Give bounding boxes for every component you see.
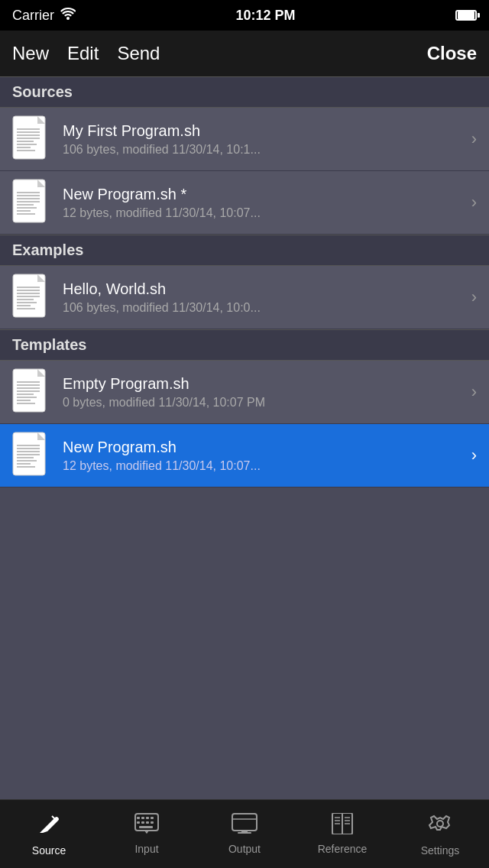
item-name-empty-program: Empty Program.sh (63, 375, 464, 393)
file-icon-hello-world (12, 274, 52, 321)
file-icon-empty-program (12, 368, 52, 416)
svg-rect-52 (146, 821, 149, 824)
svg-point-66 (437, 821, 443, 827)
settings-tab-label: Settings (421, 844, 460, 857)
output-tab-label: Output (228, 843, 261, 855)
status-bar-right (455, 10, 477, 21)
item-info-new-program-template: New Program.sh 12 bytes, modified 11/30/… (63, 439, 464, 473)
tab-source[interactable]: Source (0, 800, 98, 868)
chevron-icon-empty-program: › (471, 382, 477, 402)
status-bar: Carrier 10:12 PM (0, 0, 489, 31)
file-icon-new-program-template (12, 432, 52, 479)
reference-tab-icon (329, 813, 355, 838)
time-display: 10:12 PM (235, 8, 295, 24)
svg-rect-49 (151, 817, 154, 819)
svg-rect-59 (238, 832, 251, 834)
item-meta-empty-program: 0 bytes, modified 11/30/14, 10:07 PM (63, 396, 464, 410)
wifi-icon (60, 8, 76, 24)
svg-rect-56 (232, 814, 257, 831)
status-bar-left: Carrier (12, 8, 76, 24)
list-item-empty-program[interactable]: Empty Program.sh 0 bytes, modified 11/30… (0, 361, 489, 424)
svg-rect-51 (141, 821, 144, 824)
list-item-my-first-program[interactable]: My First Program.sh 106 bytes, modified … (0, 108, 489, 171)
item-meta-hello-world: 106 bytes, modified 11/30/14, 10:0... (63, 301, 464, 315)
item-info-hello-world: Hello, World.sh 106 bytes, modified 11/3… (63, 280, 464, 315)
list-item-hello-world[interactable]: Hello, World.sh 106 bytes, modified 11/3… (0, 266, 489, 329)
section-header-examples: Examples (0, 235, 489, 266)
close-button[interactable]: Close (427, 43, 477, 64)
svg-rect-48 (146, 817, 149, 819)
nav-bar-left: New Edit Send (12, 43, 160, 64)
item-info-new-program-modified: New Program.sh * 12 bytes, modified 11/3… (63, 186, 464, 220)
item-name-my-first-program: My First Program.sh (63, 122, 464, 140)
chevron-icon-my-first-program: › (471, 129, 477, 149)
item-name-new-program-template: New Program.sh (63, 439, 464, 456)
tab-reference[interactable]: Reference (293, 800, 391, 868)
navigation-bar: New Edit Send Close (0, 31, 489, 76)
source-tab-label: Source (32, 844, 66, 857)
edit-button[interactable]: Edit (67, 43, 99, 64)
source-tab-icon (37, 811, 61, 840)
tab-output[interactable]: Output (196, 800, 293, 868)
chevron-icon-hello-world: › (471, 287, 477, 307)
send-button[interactable]: Send (117, 43, 160, 64)
item-meta-new-program-modified: 12 bytes, modified 11/30/14, 10:07... (63, 206, 464, 220)
item-meta-new-program-template: 12 bytes, modified 11/30/14, 10:07... (63, 459, 464, 473)
item-name-hello-world: Hello, World.sh (63, 280, 464, 298)
content-area: Sources My First Program.sh 106 bytes, m… (0, 76, 489, 799)
svg-rect-47 (141, 817, 144, 819)
carrier-label: Carrier (12, 8, 54, 24)
item-info-my-first-program: My First Program.sh 106 bytes, modified … (63, 122, 464, 157)
section-header-templates: Templates (0, 329, 489, 361)
battery-icon (455, 10, 477, 21)
input-tab-icon (134, 813, 159, 838)
svg-rect-53 (151, 821, 154, 824)
svg-rect-54 (139, 826, 153, 828)
new-button[interactable]: New (12, 43, 49, 64)
input-tab-label: Input (134, 843, 158, 855)
item-meta-my-first-program: 106 bytes, modified 11/30/14, 10:1... (63, 143, 464, 157)
list-item-new-program-modified[interactable]: New Program.sh * 12 bytes, modified 11/3… (0, 171, 489, 235)
tab-input[interactable]: Input (98, 800, 196, 868)
svg-rect-50 (137, 821, 140, 824)
settings-tab-icon (428, 811, 452, 840)
chevron-icon-new-program-template: › (471, 445, 477, 465)
item-name-new-program-modified: New Program.sh * (63, 186, 464, 203)
list-item-new-program-template[interactable]: New Program.sh 12 bytes, modified 11/30/… (0, 424, 489, 487)
tab-bar: Source Input (0, 799, 489, 868)
reference-tab-label: Reference (318, 843, 368, 855)
file-icon-my-first-program (12, 115, 52, 163)
svg-rect-46 (137, 817, 140, 819)
tab-settings[interactable]: Settings (391, 800, 489, 868)
section-header-sources: Sources (0, 76, 489, 108)
file-icon-new-program-modified (12, 179, 52, 226)
item-info-empty-program: Empty Program.sh 0 bytes, modified 11/30… (63, 375, 464, 410)
output-tab-icon (232, 813, 257, 838)
chevron-icon-new-program-modified: › (471, 193, 477, 212)
